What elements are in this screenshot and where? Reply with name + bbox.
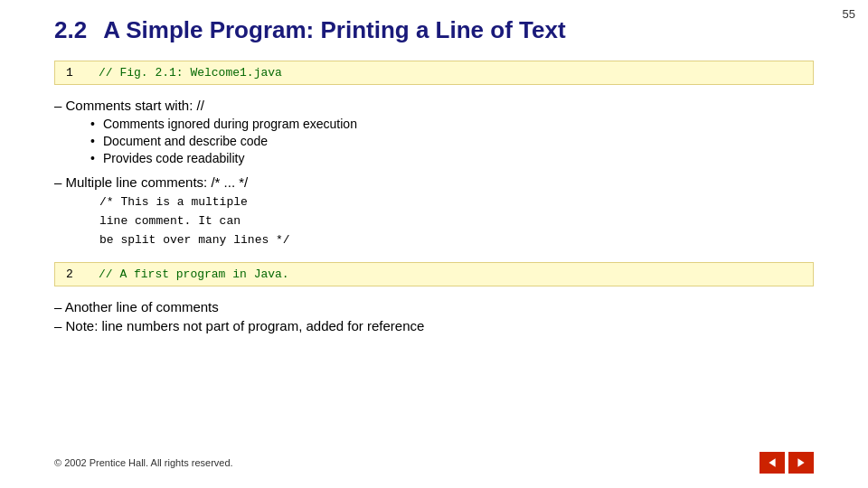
nav-buttons[interactable] [760,452,814,474]
code-highlight-1: 1 // Fig. 2.1: Welcome1.java [54,61,814,85]
section1-heading: – Comments start with: // [54,98,814,113]
code-line: /* This is a multiple [99,193,814,212]
list-item: Comments ignored during program executio… [90,117,814,131]
section2-heading-text: – Multiple line comments: /* ... */ [54,174,248,190]
page-number: 55 [843,7,855,21]
section3-item1-text: – Another line of comments [54,299,219,314]
title-text: A Simple Program: Printing a Line of Tex… [103,16,565,43]
code-line-1: // Fig. 2.1: Welcome1.java [99,66,282,80]
multiline-comment-block: /* This is a multiple line comment. It c… [99,193,814,249]
prev-icon [767,457,778,468]
copyright-text: © 2002 Prentice Hall. All rights reserve… [54,457,233,468]
line-number-2: 2 [66,267,82,281]
bullet-list-1: Comments ignored during program executio… [90,117,814,165]
next-button[interactable] [788,452,814,474]
section3-item1: – Another line of comments [54,299,814,314]
list-item: Document and describe code [90,134,814,148]
list-item: Provides code readability [90,151,814,165]
section-number: 2.2 [54,16,87,43]
svg-marker-0 [769,458,775,467]
code-line: line comment. It can [99,212,814,231]
code-line: be split over many lines */ [99,231,814,250]
section2-heading: – Multiple line comments: /* ... */ [54,174,814,190]
section1-heading-text: – Comments start with: // [54,98,204,113]
prev-button[interactable] [760,452,785,474]
next-icon [796,457,807,468]
code-line-2: // A first program in Java. [99,267,289,281]
line-number-1: 1 [66,66,82,80]
section3-item2: – Note: line numbers not part of program… [54,318,814,333]
svg-marker-1 [797,458,804,467]
footer: © 2002 Prentice Hall. All rights reserve… [54,452,814,474]
section3-item2-text: – Note: line numbers not part of program… [54,318,424,333]
code-highlight-2: 2 // A first program in Java. [54,262,814,286]
slide-title: 2.2A Simple Program: Printing a Line of … [54,16,814,44]
